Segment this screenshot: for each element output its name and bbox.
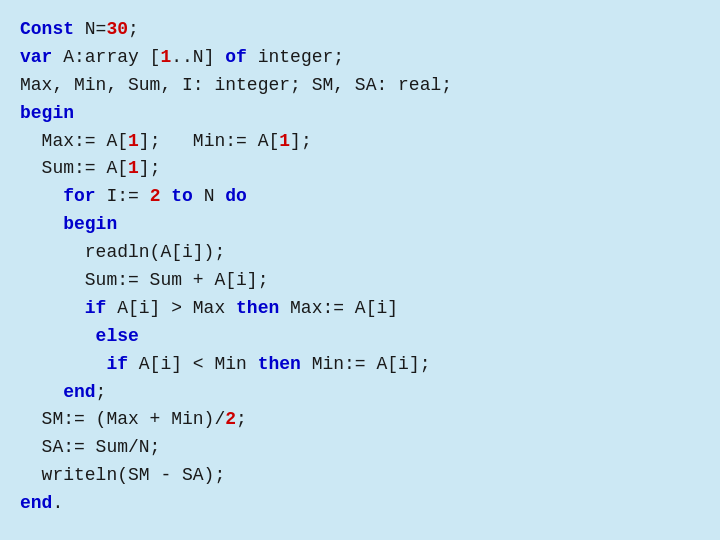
code-line-12: else xyxy=(85,323,452,351)
code-line-2: var A:array [1..N] of integer; xyxy=(20,44,452,72)
code-line-3: Max, Min, Sum, I: integer; SM, SA: real; xyxy=(20,72,452,100)
keyword-var: var xyxy=(20,47,52,67)
keyword-do: do xyxy=(225,186,247,206)
keyword-else: else xyxy=(96,326,139,346)
code-line-11: if A[i] > Max then Max:= A[i] xyxy=(85,295,452,323)
keyword-const: Const xyxy=(20,19,74,39)
code-line-5: Max:= A[1]; Min:= A[1]; xyxy=(42,128,452,156)
code-line-17: writeln(SM - SA); xyxy=(42,462,452,490)
keyword-end-outer: end xyxy=(20,493,52,513)
code-line-6: Sum:= A[1]; xyxy=(42,155,452,183)
code-line-16: SA:= Sum/N; xyxy=(42,434,452,462)
keyword-begin-inner: begin xyxy=(63,214,117,234)
number-30: 30 xyxy=(106,19,128,39)
code-line-14: end; xyxy=(63,379,452,407)
code-line-13: if A[i] < Min then Min:= A[i]; xyxy=(106,351,452,379)
keyword-of: of xyxy=(225,47,247,67)
code-line-9: readln(A[i]); xyxy=(85,239,452,267)
number-1a: 1 xyxy=(128,131,139,151)
code-line-15: SM:= (Max + Min)/2; xyxy=(42,406,452,434)
code-line-10: Sum:= Sum + A[i]; xyxy=(85,267,452,295)
code-block: Const N=30; var A:array [1..N] of intege… xyxy=(20,16,452,518)
number-2: 2 xyxy=(150,186,161,206)
keyword-begin-outer: begin xyxy=(20,103,74,123)
keyword-if2: if xyxy=(106,354,128,374)
number-1c: 1 xyxy=(128,158,139,178)
code-line-1: Const N=30; xyxy=(20,16,452,44)
keyword-if1: if xyxy=(85,298,107,318)
code-line-4: begin xyxy=(20,100,452,128)
keyword-for: for xyxy=(63,186,95,206)
number-1b: 1 xyxy=(279,131,290,151)
code-line-8: begin xyxy=(63,211,452,239)
keyword-then1: then xyxy=(236,298,279,318)
number-1: 1 xyxy=(160,47,171,67)
code-line-7: for I:= 2 to N do xyxy=(63,183,452,211)
keyword-end-inner: end xyxy=(63,382,95,402)
code-line-18: end. xyxy=(20,490,452,518)
keyword-then2: then xyxy=(258,354,301,374)
keyword-to: to xyxy=(171,186,193,206)
number-2b: 2 xyxy=(225,409,236,429)
var-n: N xyxy=(193,47,204,67)
